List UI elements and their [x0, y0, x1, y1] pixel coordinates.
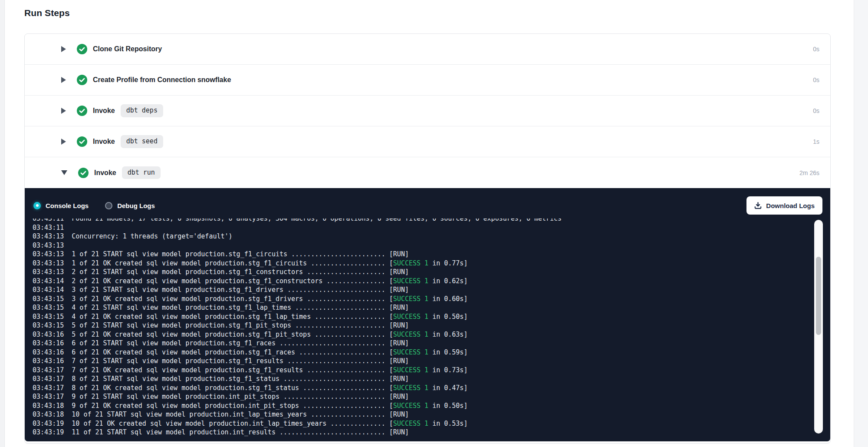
step-row[interactable]: Invokedbt deps0s: [25, 96, 830, 126]
log-line: 03:43:19 11 of 21 START sql view model p…: [33, 428, 830, 437]
log-line: 03:43:15 3 of 21 OK created sql view mod…: [33, 295, 830, 304]
log-scrollbar-track[interactable]: [814, 220, 823, 434]
step-label: Create Profile from Connection snowflake: [93, 76, 231, 84]
caret-down-icon[interactable]: [61, 170, 67, 175]
download-logs-button[interactable]: Download Logs: [746, 196, 822, 215]
radio-console-logs-label: Console Logs: [46, 202, 89, 209]
log-line: 03:43:16 6 of 21 OK created sql view mod…: [33, 348, 830, 357]
success-check-icon: [77, 75, 87, 85]
log-line: 03:43:18 10 of 21 START sql view model p…: [33, 410, 830, 419]
step-duration: 0s: [813, 46, 819, 53]
step-row[interactable]: Invokedbt run2m 26s: [25, 157, 830, 188]
radio-console-logs[interactable]: Console Logs: [33, 202, 89, 209]
step-label: Invoke: [93, 107, 115, 115]
log-scrollbar-thumb[interactable]: [816, 257, 821, 335]
step-row[interactable]: Create Profile from Connection snowflake…: [25, 65, 830, 96]
success-check-icon: [77, 44, 87, 54]
success-check-icon: [78, 168, 89, 178]
step-row[interactable]: Invokedbt seed1s: [25, 126, 830, 157]
step-command-chip: dbt deps: [121, 104, 163, 117]
console-header: Console Logs Debug Logs Download Logs: [25, 188, 830, 219]
log-line: 03:43:13 2 of 21 START sql view model pr…: [33, 268, 830, 277]
success-check-icon: [77, 106, 87, 116]
steps-list: Clone Git Repository0sCreate Profile fro…: [25, 34, 830, 188]
step-label: Invoke: [94, 169, 116, 177]
page-title: Run Steps: [24, 8, 70, 18]
log-line: 03:43:16 7 of 21 START sql view model pr…: [33, 357, 830, 366]
console-panel: Console Logs Debug Logs Download Logs 03…: [25, 188, 830, 441]
radio-unselected-icon[interactable]: [105, 202, 112, 209]
radio-debug-logs-label: Debug Logs: [117, 202, 155, 209]
caret-right-icon[interactable]: [61, 77, 66, 83]
log-line: 03:43:16 6 of 21 START sql view model pr…: [33, 339, 830, 348]
log-line: 03:43:18 9 of 21 OK created sql view mod…: [33, 401, 830, 411]
step-command-chip: dbt run: [122, 166, 161, 179]
step-label: Invoke: [93, 138, 115, 146]
log-line: 03:43:17 8 of 21 OK created sql view mod…: [33, 384, 830, 393]
step-duration: 0s: [813, 107, 819, 114]
step-label: Clone Git Repository: [93, 45, 162, 53]
page-right-gutter: [854, 0, 868, 447]
step-duration: 2m 26s: [799, 169, 819, 176]
log-line: 03:43:13 Concurrency: 1 threads (target=…: [33, 232, 830, 241]
log-line: 03:43:14 3 of 21 START sql view model pr…: [33, 285, 830, 295]
log-line: 03:43:16 5 of 21 OK created sql view mod…: [33, 330, 830, 339]
log-line: 03:43:13: [33, 241, 830, 250]
caret-right-icon[interactable]: [61, 46, 66, 52]
download-logs-label: Download Logs: [766, 202, 815, 209]
step-duration: 0s: [813, 76, 819, 83]
log-line: 03:43:14 2 of 21 OK created sql view mod…: [33, 277, 830, 286]
page-left-gutter: [0, 0, 5, 447]
log-line: 03:43:17 7 of 21 OK created sql view mod…: [33, 366, 830, 375]
caret-right-icon[interactable]: [61, 108, 66, 114]
run-steps-card: Clone Git Repository0sCreate Profile fro…: [24, 33, 831, 444]
download-icon: [754, 202, 762, 209]
step-command-chip: dbt seed: [121, 135, 163, 148]
radio-debug-logs[interactable]: Debug Logs: [105, 202, 155, 209]
log-line: 03:43:11 Found 21 models, 17 tests, 0 sn…: [33, 219, 830, 223]
log-line: 03:43:15 4 of 21 OK created sql view mod…: [33, 312, 830, 321]
log-scroll-area[interactable]: 03:43:11 Found 21 models, 17 tests, 0 sn…: [25, 219, 830, 441]
log-content: 03:43:11 Found 21 models, 17 tests, 0 sn…: [33, 219, 830, 437]
log-line: 03:43:13 1 of 21 OK created sql view mod…: [33, 259, 830, 268]
log-line: 03:43:11: [33, 223, 830, 232]
log-line: 03:43:13 1 of 21 START sql view model pr…: [33, 250, 830, 259]
step-duration: 1s: [813, 138, 819, 145]
radio-selected-icon[interactable]: [33, 202, 41, 209]
log-line: 03:43:17 9 of 21 START sql view model pr…: [33, 392, 830, 401]
caret-right-icon[interactable]: [61, 139, 66, 145]
log-line: 03:43:19 10 of 21 OK created sql view mo…: [33, 419, 830, 428]
log-line: 03:43:15 5 of 21 START sql view model pr…: [33, 321, 830, 330]
success-check-icon: [77, 136, 87, 147]
log-line: 03:43:17 8 of 21 START sql view model pr…: [33, 374, 830, 384]
step-row[interactable]: Clone Git Repository0s: [25, 34, 830, 65]
log-line: 03:43:15 4 of 21 START sql view model pr…: [33, 303, 830, 312]
